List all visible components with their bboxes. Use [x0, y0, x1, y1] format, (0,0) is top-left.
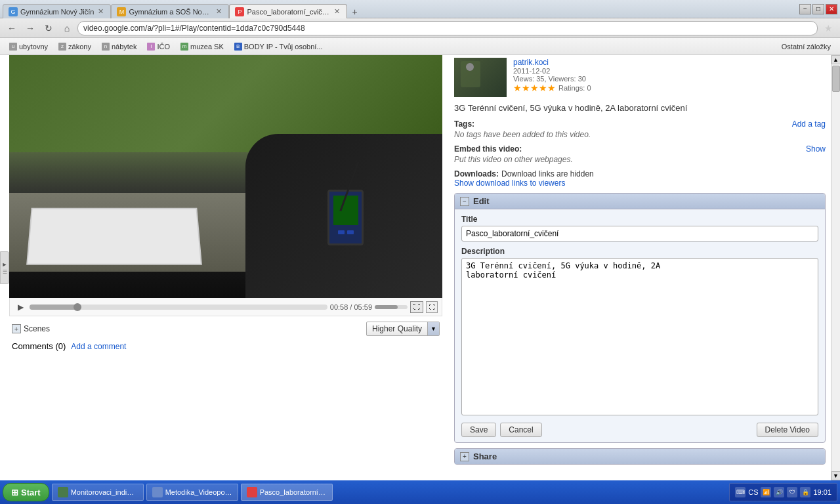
share-panel-header: + Share: [455, 449, 825, 464]
delete-video-button[interactable]: Delete Video: [757, 423, 819, 437]
taskbar-item-0[interactable]: Monitorovaci_indikatory: [52, 484, 144, 501]
minimize-button[interactable]: −: [799, 4, 811, 14]
taskbar-item-0-label: Monitorovaci_indikatory: [71, 488, 138, 496]
title-input[interactable]: [461, 226, 818, 242]
fullscreen-button[interactable]: ⛶: [410, 301, 423, 313]
forward-button[interactable]: →: [22, 21, 38, 35]
taskbar-item-1[interactable]: Metodika_Videoportál...: [146, 484, 238, 501]
time-display: 00:58 / 05:59: [330, 303, 372, 311]
bookmark-ico-icon: I: [147, 43, 155, 51]
tray-time: 19:01: [813, 488, 831, 496]
other-bookmarks[interactable]: Ostatní záložky: [778, 41, 835, 52]
bookmark-zakony-icon: z: [58, 43, 66, 51]
bookmark-body[interactable]: B BODY IP - Tvůj osobní...: [230, 41, 327, 52]
tab-1[interactable]: G Gymnázium Nový Jičín ✕: [3, 4, 111, 18]
bookmark-zakony[interactable]: z zákony: [54, 41, 95, 52]
bookmark-ico[interactable]: I IČO: [143, 41, 174, 52]
reload-button[interactable]: ↻: [41, 21, 56, 35]
taskbar-item-1-label: Metodika_Videoportál...: [165, 488, 232, 496]
back-button[interactable]: ←: [4, 21, 20, 35]
bookmark-ubytovny-icon: u: [9, 43, 17, 51]
bookmark-muzea-label: muzea SK: [190, 43, 224, 51]
embed-show-link[interactable]: Show: [806, 144, 826, 154]
tab-3[interactable]: P Pasco_laboratorní_cvičení ✕: [229, 4, 347, 18]
desc-textarea[interactable]: 3G Terénní cvičení, 5G výuka v hodině, 2…: [461, 258, 818, 415]
comments-row: Comments (0) Add a comment: [12, 341, 440, 351]
close-button[interactable]: ✕: [826, 4, 837, 14]
tab-2-close[interactable]: ✕: [215, 7, 223, 16]
video-date: 2011-12-02: [513, 67, 826, 75]
bookmark-body-icon: B: [234, 43, 242, 51]
share-collapse-button[interactable]: +: [460, 452, 469, 461]
tab-3-favicon: P: [235, 7, 244, 16]
sidebar-toggle[interactable]: ► ☰: [0, 251, 9, 284]
downloads-label: Downloads:: [454, 169, 499, 178]
home-button[interactable]: ⌂: [59, 21, 75, 35]
play-button[interactable]: ▶: [14, 301, 27, 314]
bookmark-body-label: BODY IP - Tvůj osobní...: [244, 43, 323, 51]
share-panel: + Share: [454, 448, 826, 465]
other-bookmarks-label: Ostatní záložky: [782, 43, 831, 51]
bookmark-nabytek[interactable]: n nábytek: [98, 41, 141, 52]
tab-3-close[interactable]: ✕: [333, 7, 341, 16]
bookmark-muzea[interactable]: m muzea SK: [177, 41, 228, 52]
edit-collapse-button[interactable]: −: [460, 197, 469, 206]
tray-security-icon: 🛡: [787, 487, 797, 497]
bookmark-muzea-icon: m: [180, 43, 188, 51]
tab-1-favicon: G: [9, 7, 18, 16]
expand-button[interactable]: ⛶: [426, 301, 438, 313]
desc-field-label: Description: [461, 247, 818, 256]
uploader-link[interactable]: patrik.koci: [513, 58, 826, 67]
new-tab-button[interactable]: +: [347, 6, 362, 18]
tags-value: No tags have been added to this video.: [454, 130, 826, 139]
tab-2[interactable]: M Gymnázium a SOŠ Nový Jičín N... ✕: [111, 4, 229, 18]
bookmark-nabytek-label: nábytek: [112, 43, 137, 51]
bookmark-ico-label: IČO: [157, 43, 170, 51]
video-ratings: Ratings: 0: [558, 84, 591, 92]
taskbar-item-1-icon: [152, 487, 163, 497]
maximize-button[interactable]: □: [812, 4, 824, 14]
tray-av-icon: 🔒: [800, 487, 810, 497]
video-details: patrik.koci 2011-12-02 Views: 35, Viewer…: [513, 58, 826, 97]
address-bar[interactable]: video.google.com/a/?pli=1#/Play/contenti…: [77, 21, 818, 35]
volume-bar[interactable]: [375, 305, 408, 309]
add-tag-link[interactable]: Add a tag: [792, 119, 826, 129]
bookmark-ubytovny[interactable]: u ubytovny: [5, 41, 52, 52]
video-controls: ▶ 00:58 / 05:59 ⛶ ⛶: [9, 298, 442, 316]
bookmark-star[interactable]: ★: [820, 21, 836, 35]
cancel-button[interactable]: Cancel: [500, 423, 541, 437]
window-controls: − □ ✕: [799, 4, 837, 14]
nav-bar: ← → ↻ ⌂ video.google.com/a/?pli=1#/Play/…: [0, 18, 840, 38]
share-panel-title: Share: [473, 452, 497, 461]
taskbar-item-2-icon: [247, 487, 257, 497]
scroll-down-button[interactable]: ▼: [831, 471, 841, 480]
bookmark-nabytek-icon: n: [102, 43, 110, 51]
video-panel: ▶ 00:58 / 05:59 ⛶ ⛶: [9, 55, 449, 480]
scroll-up-button[interactable]: ▲: [831, 55, 841, 64]
video-player[interactable]: [9, 55, 442, 298]
tab-1-close[interactable]: ✕: [96, 7, 105, 16]
video-stars: ★★★★★: [513, 83, 556, 93]
edit-panel-header: − Edit: [455, 194, 825, 209]
tray-keyboard-icon: ⌨: [735, 487, 746, 497]
tags-label: Tags:: [454, 119, 474, 129]
progress-bar[interactable]: [30, 304, 327, 310]
video-info-header: patrik.koci 2011-12-02 Views: 35, Viewer…: [454, 55, 826, 97]
embed-row: Embed this video: Show: [454, 144, 826, 154]
taskbar-item-2[interactable]: Pasco_laboratorní_cv...: [241, 484, 333, 501]
page-scrollbar: ▲ ▼: [831, 55, 840, 480]
tray-lang: CS: [748, 488, 758, 496]
taskbar: ⊞ Start Monitorovaci_indikatory Metodika…: [0, 480, 840, 504]
progress-fill: [30, 304, 77, 310]
show-downloads-link[interactable]: Show download links to viewers: [454, 178, 565, 188]
start-windows-icon: ⊞: [11, 488, 18, 497]
save-button[interactable]: Save: [461, 423, 496, 437]
taskbar-item-0-icon: [58, 487, 68, 497]
scenes-button[interactable]: + Scenes: [12, 324, 50, 333]
edit-buttons: Save Cancel Delete Video: [461, 423, 818, 437]
scroll-thumb[interactable]: [832, 66, 840, 92]
quality-dropdown-arrow: ▼: [427, 322, 439, 335]
add-comment-link[interactable]: Add a comment: [71, 342, 126, 351]
start-button[interactable]: ⊞ Start: [3, 483, 49, 501]
quality-dropdown[interactable]: Higher Quality ▼: [366, 322, 440, 336]
